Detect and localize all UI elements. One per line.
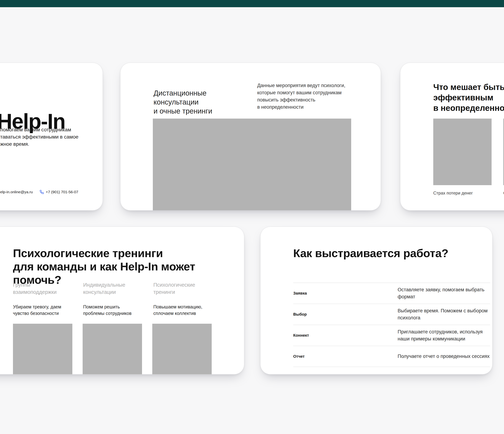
formats-card: Дистанционные консультации и очные трени… — [120, 63, 381, 211]
brand-tagline: помогаем вашим сотрудникам таваться эффе… — [0, 126, 79, 148]
list-item: С — [503, 119, 504, 195]
blockers-title-line: в неопределеннос — [433, 103, 504, 113]
image-placeholder — [153, 119, 351, 211]
table-row: Коннект Приглашаете сотрудников, использ… — [293, 325, 490, 346]
page-canvas: Help-In помогаем вашим сотрудникам тават… — [0, 0, 504, 434]
list-item: Индивидуальные консультации Поможем реши… — [83, 281, 143, 317]
list-item: Страх потери денег — [433, 119, 492, 195]
workflow-card-title: Как выстраивается работа? — [293, 247, 448, 260]
table-row: Заявка Оставляете заявку, помогаем выбра… — [293, 283, 490, 304]
image-placeholder — [433, 119, 492, 185]
image-placeholder — [503, 119, 504, 185]
image-placeholder — [83, 324, 142, 374]
table-row: Выбор Выбираете время. Поможем с выбором… — [293, 304, 490, 325]
image-placeholder — [152, 324, 212, 374]
trainings-title-line: для команды и как Help-In может — [13, 260, 195, 273]
row-description: Получаете отчет о проведенных сессиях — [398, 353, 490, 360]
blockers-title-line: эффективным — [433, 92, 504, 103]
row-label: Коннект — [293, 333, 398, 338]
trainings-card: Психологические тренинги для команды и к… — [0, 227, 244, 374]
list-item: Психологические тренинги Повышаем мотива… — [153, 281, 213, 317]
formats-title-line: консультации — [153, 97, 212, 106]
row-label: Отчет — [293, 354, 398, 359]
table-row: Отчет Получаете отчет о проведенных сесс… — [293, 346, 490, 367]
blocker-caption: С — [503, 191, 504, 195]
row-description: Оставляете заявку, помогаем выбрать форм… — [398, 286, 490, 300]
column-heading: Психологические тренинги — [153, 281, 207, 296]
blockers-title-line: Что мешает быть — [433, 82, 504, 92]
column-heading: Группы взаимоподдержки — [13, 281, 67, 296]
formats-description: Данные мероприятия ведут психологи, кото… — [257, 82, 345, 111]
top-teal-bar — [0, 0, 504, 7]
row-label: Заявка — [293, 291, 398, 296]
formats-description-line: в неопределенности — [257, 104, 345, 111]
image-placeholder — [13, 324, 72, 374]
column-text: Поможем решить проблемы сотрудников — [83, 303, 134, 317]
brand-tagline-line: помогаем вашим сотрудникам — [0, 126, 79, 133]
phone-icon — [40, 190, 44, 194]
list-item: Группы взаимоподдержки Убираем тревогу, … — [13, 281, 72, 317]
trainings-columns: Группы взаимоподдержки Убираем тревогу, … — [13, 281, 213, 317]
blockers-card-title: Что мешает быть эффективным в неопределе… — [433, 82, 504, 113]
workflow-table: Заявка Оставляете заявку, помогаем выбра… — [293, 283, 490, 367]
brand-card: Help-In помогаем вашим сотрудникам тават… — [0, 63, 103, 211]
column-text: Повышаем мотивацию, сплочаем коллектив — [153, 303, 204, 317]
brand-tagline-line: таваться эффективными в самое — [0, 133, 79, 141]
email-link[interactable]: elp-in.online@ya.ru — [0, 190, 33, 194]
trainings-title-line: Психологические тренинги — [13, 247, 195, 260]
row-description: Выбираете время. Поможем с выбором психо… — [398, 307, 490, 321]
blocker-caption: Страх потери денег — [433, 191, 492, 195]
row-description: Приглашаете сотрудников, используя наши … — [398, 328, 490, 342]
brand-contacts: elp-in.online@ya.ru +7 (901) 701-56-07 — [0, 190, 78, 194]
brand-tagline-line: жное время. — [0, 141, 79, 148]
formats-card-title: Дистанционные консультации и очные трени… — [153, 89, 212, 115]
formats-title-line: Дистанционные — [153, 89, 212, 97]
trainings-card-title: Психологические тренинги для команды и к… — [13, 247, 195, 286]
phone-number: +7 (901) 701-56-07 — [46, 190, 78, 194]
workflow-card: Как выстраивается работа? Заявка Оставля… — [260, 227, 493, 374]
blockers-list: Страх потери денег С — [433, 119, 504, 195]
blockers-card: Что мешает быть эффективным в неопределе… — [400, 63, 504, 211]
column-heading: Индивидуальные консультации — [83, 281, 137, 296]
column-text: Убираем тревогу, даем чувство безопаснос… — [13, 303, 63, 317]
trainings-images — [13, 324, 212, 374]
formats-title-line: и очные тренинги — [153, 106, 212, 115]
formats-description-line: Данные мероприятия ведут психологи, — [257, 82, 345, 89]
formats-description-line: повысить эффективность — [257, 96, 345, 104]
phone-link[interactable]: +7 (901) 701-56-07 — [40, 190, 78, 194]
row-label: Выбор — [293, 312, 398, 317]
email-text: elp-in.online@ya.ru — [0, 190, 33, 194]
formats-description-line: которые помогут вашим сотрудникам — [257, 89, 345, 96]
